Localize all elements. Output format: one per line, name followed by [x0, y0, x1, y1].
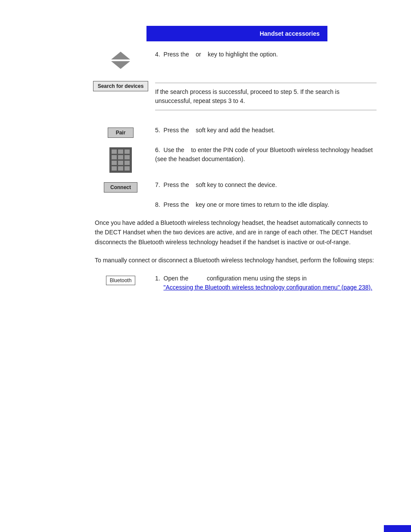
pair-button: Pair [108, 128, 134, 138]
section-header: Handset accessories [146, 26, 327, 41]
header-title: Handset accessories [260, 30, 320, 37]
keypad-key [112, 149, 117, 154]
step-number-5: 5. [155, 127, 160, 134]
keypad-icon [109, 147, 132, 173]
bluetooth-menu-link[interactable]: "Accessing the Bluetooth wireless techno… [163, 284, 372, 291]
step-row-bluetooth-1: Bluetooth 1. Open the configuration menu… [95, 274, 377, 292]
step-text-8: 8. Press the key one or more times to re… [146, 200, 377, 209]
step-text-bluetooth-1: 1. Open the configuration menu using the… [146, 274, 377, 292]
step-icon-4 [95, 50, 146, 72]
step-text-4-info: If the search process is successful, pro… [146, 79, 377, 118]
step-text-7: 7. Press the soft key to connect the dev… [146, 180, 377, 190]
step-number-4: 4. [155, 51, 160, 58]
keypad-key [118, 149, 123, 154]
arrow-up-icon [111, 52, 130, 59]
step-icon-7: Connect [95, 180, 146, 193]
step-number-8: 8. [155, 201, 160, 208]
step-number-7: 7. [155, 181, 160, 188]
step-text-6: 6. Use the to enter the PIN code of your… [146, 146, 377, 164]
step-icon-6 [95, 146, 146, 173]
keypad-key [112, 166, 117, 171]
info-block: If the search process is successful, pro… [155, 83, 377, 110]
step-row-4: 4. Press the or key to highlight the opt… [95, 50, 377, 72]
bluetooth-label: Bluetooth [106, 276, 136, 285]
connect-button: Connect [104, 182, 137, 193]
paragraph-2: To manually connect or disconnect a Blue… [95, 255, 377, 265]
paragraph-1: Once you have added a Bluetooth wireless… [95, 218, 377, 247]
keypad-key [112, 161, 117, 165]
keypad-key [125, 155, 130, 159]
step-row-5: Pair 5. Press the soft key and add the h… [95, 126, 377, 138]
keypad-key [125, 149, 130, 154]
step-row-7: Connect 7. Press the soft key to connect… [95, 180, 377, 193]
page-container: Handset accessories 4. Press the or key … [0, 26, 411, 532]
step-text-5: 5. Press the soft key and add the headse… [146, 126, 377, 135]
keypad-key [118, 155, 123, 159]
content-area: 4. Press the or key to highlight the opt… [95, 41, 377, 292]
keypad-key [125, 166, 130, 171]
arrow-down-icon [111, 61, 130, 69]
step-row-6: 6. Use the to enter the PIN code of your… [95, 146, 377, 173]
step-text-4: 4. Press the or key to highlight the opt… [146, 50, 377, 59]
keypad-key [118, 166, 123, 171]
step-icon-bluetooth-1: Bluetooth [95, 274, 146, 285]
step-number-bluetooth-1: 1. [155, 275, 160, 282]
step-icon-8 [95, 200, 146, 202]
keypad-key [118, 161, 123, 165]
step-number-6: 6. [155, 146, 160, 153]
step-row-8: 8. Press the key one or more times to re… [95, 200, 377, 209]
keypad-key [112, 155, 117, 159]
step-icon-5: Pair [95, 126, 146, 138]
keypad-key [125, 161, 130, 165]
page-number-badge: 241 [384, 525, 411, 532]
step-row-4-info: Search for devices If the search process… [95, 79, 377, 118]
search-for-devices-button: Search for devices [93, 81, 149, 91]
nav-arrows-icon [111, 52, 130, 69]
step-icon-4-info: Search for devices [95, 79, 146, 91]
